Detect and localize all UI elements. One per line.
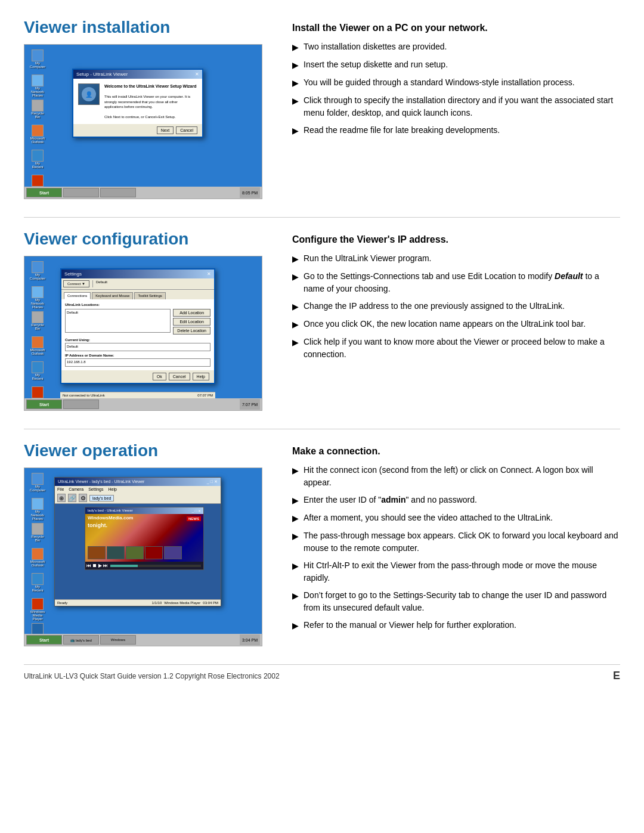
op-arrow-3: ▶	[292, 530, 299, 543]
video-thumbnails	[88, 546, 201, 559]
fake-desktop-installation: My Computer My Network Places Recycle Bi…	[24, 45, 262, 199]
viewer-close: ✕	[214, 479, 218, 484]
configuration-bullet-text-0: Run the UltraLink Viewer program.	[304, 252, 620, 265]
settings-connect-btn[interactable]: Connect ▼	[63, 280, 89, 287]
installation-bullet-text-1: Insert the setup diskette and run setup.	[304, 58, 620, 71]
installation-bullet-3: ▶ Click through to specify the installat…	[292, 94, 620, 119]
tab-connections[interactable]: Connections	[64, 292, 91, 299]
configuration-bullet-text-3: Once you click OK, the new location name…	[304, 318, 620, 330]
settings-tabs: Connections Keyboard and Mouse Toolkit S…	[61, 290, 214, 299]
configuration-bullet-text-2: Change the IP address to the one previou…	[304, 300, 620, 312]
viewer-window-controls: _ □ ✕	[207, 479, 218, 484]
config-arrow-1: ▶	[292, 271, 299, 283]
configuration-bullet-2: ▶ Change the IP address to the one previ…	[292, 300, 620, 313]
edit-location-btn[interactable]: Edit Location	[173, 318, 210, 326]
ip-value: 192.168.1.8	[65, 358, 210, 367]
installation-bullet-4: ▶ Read the readme file for late breaking…	[292, 124, 620, 137]
menu-settings: Settings	[88, 487, 103, 491]
current-using-value: Default	[65, 343, 210, 351]
configuration-left: Viewer configuration My Computer My Netw…	[24, 230, 274, 411]
operation-bullet-text-3: The pass-through message box appears. Cl…	[304, 529, 620, 555]
op-taskbar-items: 📺 lady's bed Windows	[63, 635, 239, 645]
installation-bullet-text-0: Two installation diskettes are provided.	[304, 41, 620, 53]
toolbar-icon-3: ⚙	[79, 494, 87, 502]
op-arrow-4: ▶	[292, 560, 299, 572]
config-arrow-4: ▶	[292, 336, 299, 349]
desktop-icon-3: Recycle Bin	[29, 100, 46, 119]
configuration-right: Configure the Viewer's IP address. ▶ Run…	[292, 230, 620, 411]
config-desktop-icon-3: Recycle Bin	[29, 311, 46, 330]
play-pause-icon: ▶	[98, 563, 102, 568]
op-arrow-2: ▶	[292, 512, 299, 525]
tab-keyboard[interactable]: Keyboard and Mouse	[92, 292, 133, 299]
thumb-2	[107, 546, 125, 559]
installation-bullet-0: ▶ Two installation diskettes are provide…	[292, 41, 620, 54]
taskbar-clock: 8:05 PM	[240, 187, 260, 198]
config-arrow-3: ▶	[292, 318, 299, 331]
operation-bullet-text-4: Hit Ctrl-Alt-P to exit the Viewer from t…	[304, 559, 620, 584]
op-desktop-icon-4: Microsoft Outlook	[29, 548, 46, 567]
configuration-bullet-1: ▶ Go to the Settings-Connections tab and…	[292, 270, 620, 295]
installation-bullet-text-2: You will be guided through a standard Wi…	[304, 76, 620, 89]
divider-1	[24, 217, 620, 218]
menu-help: Help	[108, 487, 116, 491]
op-taskbar-clock: 3:04 PM	[240, 634, 260, 645]
footer-copyright: UltraLink UL-LV3 Quick Start Guide versi…	[24, 672, 280, 680]
config-arrow-2: ▶	[292, 301, 299, 313]
operation-title: Viewer operation	[24, 441, 274, 460]
installation-taskbar: Start 8:05 PM	[24, 187, 262, 199]
remote-player-controls-icons: _ □ ✕	[192, 509, 201, 513]
desktop-icon-5: My Recent	[29, 150, 46, 169]
dialog-next-btn[interactable]: Next	[157, 126, 174, 134]
settings-body: UltraLink Locations: Default Add Locatio…	[61, 299, 214, 370]
config-start-button: Start	[26, 400, 62, 409]
config-desktop-icon-1: My Computer	[29, 261, 46, 280]
admin-bold: admin	[381, 495, 405, 504]
viewer-title-text: UltraLink Viewer - lady's bed - UltraLin…	[58, 479, 144, 484]
operation-bullet-6: ▶ Refer to the manual or Viewer help for…	[292, 619, 620, 632]
op-arrow-6: ▶	[292, 620, 299, 632]
config-taskbar-clock: 7:07 PM	[240, 399, 260, 410]
fake-desktop-configuration: My Computer My Network Places Recycle Bi…	[24, 256, 262, 410]
settings-cancel-btn[interactable]: Cancel	[169, 373, 190, 380]
configuration-bullet-text-1: Go to the Settings-Connections tab and u…	[304, 270, 620, 295]
installation-title: Viewer installation	[24, 18, 274, 37]
viewer-minimize: _	[207, 479, 209, 484]
installation-section: Viewer installation My Computer My Netwo…	[24, 18, 620, 199]
dialog-cancel-btn[interactable]: Cancel	[176, 126, 197, 134]
remote-media-player: lady's bed - UltraLink Viewer _ □ ✕ Wind…	[85, 507, 204, 570]
toolbar-icon-1: ⊕	[57, 494, 66, 502]
installation-bullets: ▶ Two installation diskettes are provide…	[292, 41, 620, 137]
delete-location-btn[interactable]: Delete Location	[173, 327, 210, 335]
op-desktop-icon-2: My Network Places	[29, 498, 46, 521]
tab-toolkit[interactable]: Toolkit Settings	[134, 292, 165, 299]
location-buttons: Add Location Edit Location Delete Locati…	[173, 309, 210, 335]
remote-desktop-view: lady's bed - UltraLink Viewer _ □ ✕ Wind…	[55, 504, 221, 599]
settings-title-text: Settings	[64, 271, 82, 277]
installation-bullet-text-3: Click through to specify the installatio…	[304, 94, 620, 119]
add-location-btn[interactable]: Add Location	[173, 309, 210, 317]
dialog-titlebar: Setup - UltraLink Viewer ✕	[73, 70, 202, 79]
arrow-icon-2: ▶	[292, 77, 299, 89]
op-arrow-0: ▶	[292, 465, 299, 477]
installation-bullet-text-4: Read the readme file for late breaking d…	[304, 124, 620, 137]
settings-help-btn[interactable]: Help	[193, 373, 209, 380]
configuration-bullet-3: ▶ Once you click OK, the new location na…	[292, 318, 620, 331]
configuration-bullets: ▶ Run the UltraLink Viewer program. ▶ Go…	[292, 252, 620, 361]
installation-bullet-2: ▶ You will be guided through a standard …	[292, 76, 620, 89]
settings-ok-btn[interactable]: Ok	[153, 373, 166, 380]
locations-area: Default Add Location Edit Location Delet…	[65, 309, 210, 335]
tonight-text: tonight.	[88, 522, 107, 528]
toolbar-icon-2: 🔗	[68, 494, 76, 502]
footer-letter: E	[613, 670, 620, 682]
viewer-status-text: Ready	[57, 601, 67, 605]
configuration-subtitle: Configure the Viewer's IP address.	[292, 234, 620, 245]
dialog-title-text: Setup - UltraLink Viewer	[76, 72, 128, 77]
operation-right: Make a connection. ▶ Hit the connect ico…	[292, 441, 620, 646]
operation-bullet-text-6: Refer to the manual or Viewer help for f…	[304, 619, 620, 631]
menu-camera: Camera	[69, 487, 83, 491]
op-desktop-icon-5: My Recent	[29, 573, 46, 592]
ultralink-locations-label: UltraLink Locations:	[65, 303, 210, 306]
operation-bullet-text-0: Hit the connect icon (second from the le…	[304, 464, 620, 489]
remote-video-content: WindowsMedia.com tonight. NEWS	[85, 514, 203, 562]
